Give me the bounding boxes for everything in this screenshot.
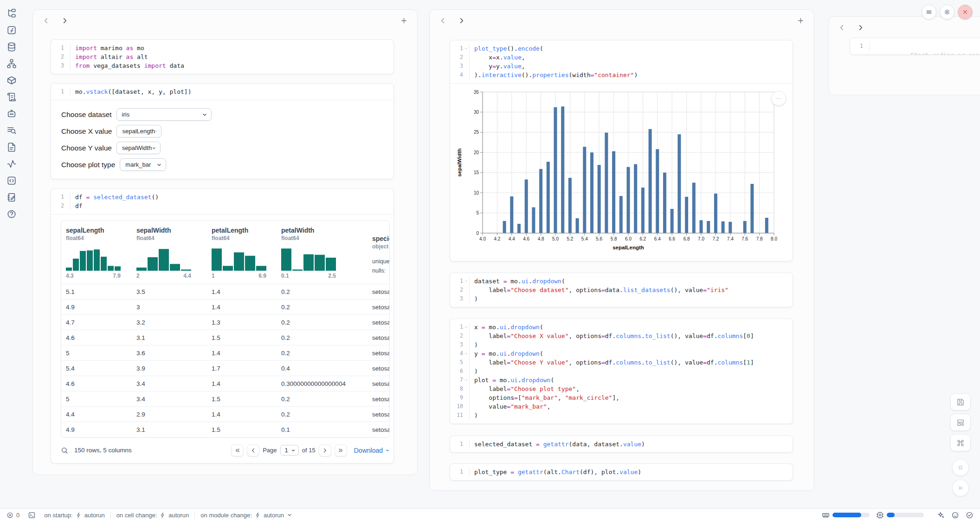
sidebar-snippets-button[interactable] bbox=[6, 176, 17, 186]
chevron-right-icon[interactable] bbox=[61, 17, 69, 25]
on-startup-setting[interactable]: on startup: autorun bbox=[44, 512, 105, 519]
code-line[interactable]: 3) bbox=[450, 294, 793, 303]
code-editor[interactable]: 1dataset = mo.ui.dropdown(2 label="Choos… bbox=[450, 273, 793, 307]
error-count-badge[interactable]: 0 bbox=[6, 512, 19, 519]
column-header[interactable]: species bbox=[372, 229, 390, 242]
code-line[interactable]: 1mo.vstack([dataset, x, y, plot]) bbox=[51, 87, 393, 96]
on-module-change-setting[interactable]: on module change: autorun bbox=[200, 512, 292, 519]
chevron-left-icon[interactable] bbox=[838, 24, 846, 32]
code-line[interactable]: 4).interactive().properties(width="conta… bbox=[450, 71, 793, 79]
column-histogram[interactable] bbox=[66, 247, 121, 271]
code-line[interactable]: 3 y=y.value, bbox=[450, 62, 793, 71]
cell-selected-dataset[interactable]: 1selected_dataset = getattr(data, datase… bbox=[450, 436, 793, 453]
page-select[interactable]: 1 bbox=[280, 445, 299, 456]
code-line[interactable]: 8 label="Choose plot type", bbox=[450, 384, 793, 393]
code-line[interactable]: 1import marimo as mo bbox=[51, 44, 393, 52]
first-page-button[interactable] bbox=[231, 444, 244, 456]
cell-imports[interactable]: 1import marimo as mo2import altair as al… bbox=[51, 39, 394, 74]
sidebar-packages-button[interactable] bbox=[6, 75, 17, 85]
last-page-button[interactable] bbox=[335, 444, 347, 456]
sidebar-tracing-button[interactable] bbox=[6, 159, 17, 169]
column-histogram[interactable] bbox=[212, 247, 266, 271]
chevron-right-icon[interactable] bbox=[458, 17, 465, 25]
column-header[interactable]: petalWidth bbox=[281, 221, 368, 234]
chevron-right-icon[interactable] bbox=[857, 24, 864, 32]
download-button[interactable]: Download bbox=[354, 447, 390, 454]
close-button[interactable] bbox=[958, 5, 973, 20]
chart-actions-button[interactable] bbox=[771, 91, 786, 106]
save-button[interactable] bbox=[950, 393, 971, 410]
next-page-button[interactable] bbox=[319, 444, 331, 456]
copilot-icon[interactable] bbox=[951, 511, 959, 519]
dropdown-select-0[interactable]: iris bbox=[116, 108, 212, 121]
sidebar-search-button[interactable] bbox=[6, 125, 17, 136]
fold-chevron-icon[interactable] bbox=[463, 376, 469, 384]
table-row[interactable]: 4.93.11.50.1setosa bbox=[61, 422, 390, 437]
dropdown-select-3[interactable]: mark_bar bbox=[120, 158, 166, 171]
on-cell-change-setting[interactable]: on cell change: autorun bbox=[116, 512, 189, 519]
code-line[interactable]: 10 value="mark_bar", bbox=[450, 402, 793, 411]
sidebar-documentation-button[interactable] bbox=[6, 142, 17, 152]
table-row[interactable]: 4.63.11.50.2setosa bbox=[61, 330, 390, 345]
code-line[interactable]: 1selected_dataset = getattr(data, datase… bbox=[450, 440, 793, 449]
code-line[interactable]: 7plot = mo.ui.dropdown( bbox=[450, 376, 793, 384]
sidebar-functions-button[interactable] bbox=[6, 25, 17, 35]
layout-button[interactable] bbox=[950, 414, 971, 431]
sidebar-dependencies-button[interactable] bbox=[6, 59, 17, 69]
code-line[interactable]: 1x = mo.ui.dropdown( bbox=[450, 323, 793, 332]
generate-with-ai-link[interactable]: generate bbox=[969, 52, 980, 55]
code-line[interactable]: 1dataset = mo.ui.dropdown( bbox=[450, 277, 793, 286]
code-editor[interactable]: 1df = selected_dataset()2df bbox=[51, 189, 393, 214]
sidebar-scratchpad-button[interactable] bbox=[6, 192, 17, 202]
code-editor[interactable]: 1plot_type = getattr(alt.Chart(df), plot… bbox=[450, 464, 793, 480]
column-header[interactable]: petalLength bbox=[212, 221, 277, 234]
table-row[interactable]: 5.13.51.40.2setosa bbox=[61, 284, 390, 300]
sidebar-help-button[interactable] bbox=[6, 209, 17, 219]
code-line[interactable]: 3from vega_datasets import data bbox=[51, 61, 393, 70]
add-cell-button[interactable] bbox=[400, 17, 408, 25]
cell-dataframe[interactable]: 1df = selected_dataset()2df sepalLengthf… bbox=[51, 189, 394, 463]
column-header[interactable]: sepalLength bbox=[66, 221, 132, 234]
code-line[interactable]: 9 options=["mark_bar", "mark_circle"], bbox=[450, 393, 793, 402]
run-button[interactable] bbox=[952, 480, 969, 496]
table-row[interactable]: 4.931.40.2setosa bbox=[61, 300, 390, 315]
fold-chevron-icon[interactable] bbox=[463, 277, 469, 286]
table-row[interactable]: 4.63.41.40.30000000000000004setosa bbox=[61, 376, 390, 391]
code-editor[interactable]: 1plot_type().encode(2 x=x.value,3 y=y.va… bbox=[450, 40, 793, 83]
table-row[interactable]: 4.73.21.30.2setosa bbox=[61, 315, 390, 330]
dropdown-select-2[interactable]: sepalWidth bbox=[116, 142, 161, 154]
dropdown-select-1[interactable]: sepalLength bbox=[116, 125, 161, 137]
search-icon[interactable] bbox=[61, 447, 68, 454]
code-line[interactable]: 1df = selected_dataset() bbox=[51, 193, 393, 202]
code-editor[interactable]: 1mo.vstack([dataset, x, y, plot]) bbox=[51, 84, 393, 100]
add-cell-button[interactable] bbox=[797, 17, 805, 25]
ai-sparkles-icon[interactable] bbox=[937, 511, 945, 519]
code-line[interactable]: 1plot_type = getattr(alt.Chart(df), plot… bbox=[450, 468, 793, 476]
prev-page-button[interactable] bbox=[247, 444, 259, 456]
terminal-button[interactable] bbox=[28, 511, 36, 519]
connected-check-icon[interactable] bbox=[966, 511, 974, 519]
keyboard-shortcuts-button[interactable] bbox=[950, 434, 971, 451]
sidebar-file-explorer-button[interactable] bbox=[6, 8, 17, 19]
table-row[interactable]: 4.42.91.40.2setosa bbox=[61, 407, 390, 422]
code-line[interactable]: 2 label="Choose dataset", options=data.l… bbox=[450, 286, 793, 294]
sidebar-chat-button[interactable] bbox=[6, 109, 17, 119]
table-row[interactable]: 5.43.91.70.4setosa bbox=[61, 361, 390, 376]
sidebar-logs-button[interactable] bbox=[6, 92, 17, 102]
column-header[interactable]: sepalWidth bbox=[136, 221, 207, 234]
column-histogram[interactable] bbox=[281, 247, 336, 271]
fold-chevron-icon[interactable] bbox=[463, 323, 469, 332]
cell-vstack[interactable]: 1mo.vstack([dataset, x, y, plot]) Choose… bbox=[51, 83, 394, 179]
fold-chevron-icon[interactable] bbox=[463, 44, 469, 53]
code-line[interactable]: 6) bbox=[450, 367, 793, 376]
sidebar-datasources-button[interactable] bbox=[6, 42, 17, 52]
cell-empty[interactable]: 1 Start coding or generate with bbox=[850, 38, 980, 55]
code-line[interactable]: 2 label="Choose X value", options=df.col… bbox=[450, 332, 793, 340]
code-line[interactable]: 3) bbox=[450, 340, 793, 349]
fold-chevron-icon[interactable] bbox=[463, 349, 469, 358]
code-line[interactable]: 2df bbox=[51, 202, 393, 210]
code-line[interactable]: 5 label="Choose Y value", options=df.col… bbox=[450, 358, 793, 367]
bar-chart[interactable]: 4.04.24.44.64.85.05.25.45.65.86.06.26.46… bbox=[454, 85, 793, 260]
table-row[interactable]: 53.41.50.2setosa bbox=[61, 391, 390, 407]
code-line[interactable]: 2 x=x.value, bbox=[450, 53, 793, 62]
